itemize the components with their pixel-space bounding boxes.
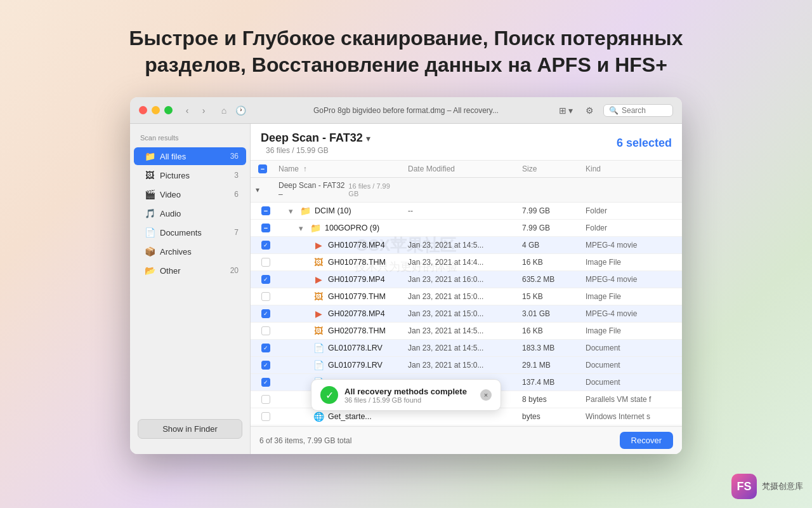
search-bar[interactable]: 🔍 [603, 104, 673, 117]
group-name-cell: Deep Scan - FAT32 – 16 files / 7.99 GB [273, 181, 403, 199]
window-title: GoPro 8gb bigvideo before format.dmg – A… [313, 106, 499, 115]
doc-file-icon: 📄 [313, 359, 324, 371]
sidebar-label-all-files: All files [160, 152, 230, 161]
row-checkbox[interactable] [261, 326, 270, 335]
col-header-size[interactable]: Size [517, 164, 580, 173]
row-checkbox-cell [251, 275, 273, 284]
sidebar-count-video: 6 [234, 190, 239, 199]
group-row-fat32: ▾ Deep Scan - FAT32 – 16 files / 7.99 GB [251, 178, 682, 203]
table-row: 🖼 GH020778.THM Jan 23, 2021 at 14:5... 1… [251, 323, 682, 340]
history-button[interactable]: 🕐 [233, 104, 247, 117]
sidebar-item-video[interactable]: 🎬 Video 6 [134, 185, 246, 203]
row-checkbox-cell [251, 241, 273, 250]
all-files-icon: 📁 [144, 150, 155, 162]
table-row: 🖼 GH010779.THM Jan 23, 2021 at 15:0... 1… [251, 288, 682, 305]
image-file-icon: 🖼 [313, 291, 324, 302]
brand-icon: FS [731, 474, 757, 499]
row-checkbox-dcim[interactable] [261, 206, 270, 215]
folder-icon: 📁 [310, 222, 321, 234]
toast-title: All recovery methods complete [344, 387, 474, 396]
scan-dropdown-icon[interactable]: ▾ [366, 133, 370, 144]
sidebar-count-other: 20 [230, 266, 239, 275]
row-checkbox[interactable] [261, 258, 270, 267]
row-name: 🖼 GH010778.THM [273, 257, 403, 268]
group-info: 16 files / 7.99 GB [348, 182, 398, 197]
sidebar-label-documents: Documents [160, 228, 234, 237]
table-row: 📄 GL010778.LRV Jan 23, 2021 at 14:5... 1… [251, 340, 682, 357]
select-all-checkbox[interactable] [258, 164, 267, 173]
title-bar: ‹ › ⌂ 🕐 GoPro 8gb bigvideo before format… [130, 97, 682, 124]
expand-dcim-icon[interactable]: ▾ [289, 206, 293, 216]
row-checkbox-cell [251, 326, 273, 335]
sidebar-item-all-files[interactable]: 📁 All files 36 [134, 147, 246, 165]
content-header: Deep Scan - FAT32 ▾ 36 files / 15.99 GB … [251, 124, 682, 161]
image-file-icon: 🖼 [313, 325, 324, 337]
minimize-button[interactable] [152, 106, 160, 114]
file-summary: 36 files / 15.99 GB [266, 146, 370, 155]
back-button[interactable]: ‹ [180, 104, 194, 117]
sidebar-label-video: Video [160, 190, 234, 199]
sidebar-section-label: Scan results [130, 131, 250, 147]
group-expand-icon[interactable]: ▾ [251, 181, 273, 199]
image-file-icon: 🖼 [313, 257, 324, 268]
forward-button[interactable]: › [197, 104, 211, 117]
col-header-name[interactable]: Name ↑ [273, 164, 403, 173]
sidebar-item-pictures[interactable]: 🖼 Pictures 3 [134, 166, 246, 184]
status-text: 6 of 36 items, 7.99 GB total [259, 436, 620, 445]
sidebar-item-other[interactable]: 📂 Other 20 [134, 262, 246, 279]
search-icon: 🔍 [609, 106, 619, 115]
table-header: Name ↑ Date Modified Size Kind [251, 161, 682, 178]
col-header-checkbox [251, 164, 273, 173]
row-checkbox[interactable] [261, 241, 270, 250]
row-checkbox[interactable] [261, 292, 270, 301]
close-button[interactable] [139, 106, 147, 114]
sidebar-label-archives: Archives [160, 247, 239, 257]
toast-close-button[interactable]: × [480, 389, 492, 401]
expand-100gopro-icon[interactable]: ▾ [299, 224, 303, 233]
row-checkbox-100gopro[interactable] [261, 224, 270, 232]
row-checkbox-cell [251, 292, 273, 301]
show-in-finder-button[interactable]: Show in Finder [138, 419, 242, 439]
home-button[interactable]: ⌂ [217, 104, 231, 117]
col-header-date[interactable]: Date Modified [403, 164, 517, 173]
video-file-icon: ▶ [313, 308, 324, 319]
row-name: 🌐 Get_starte... [273, 411, 403, 422]
headline-text: Быстрое и Глубокое сканирование, Поиск п… [63, 25, 749, 78]
row-checkbox[interactable] [261, 309, 270, 318]
maximize-button[interactable] [164, 106, 173, 114]
sidebar-footer: Show in Finder [130, 411, 250, 446]
video-file-icon: ▶ [313, 239, 324, 251]
table-row: 🖼 GH010778.THM Jan 23, 2021 at 14:4... 1… [251, 254, 682, 271]
sidebar-item-audio[interactable]: 🎵 Audio [134, 204, 246, 222]
video-icon: 🎬 [144, 189, 155, 200]
pictures-icon: 🖼 [144, 170, 155, 181]
table-row: 🌐 Get_starte... bytes Windows Internet s [251, 408, 682, 425]
row-name: 🖼 GH010779.THM [273, 291, 403, 302]
other-icon: 📂 [144, 265, 155, 276]
row-name: 🖼 GH020778.THM [273, 325, 403, 337]
audio-icon: 🎵 [144, 208, 155, 219]
toast-subtitle: 36 files / 15.99 GB found [344, 396, 474, 404]
row-checkbox[interactable] [261, 344, 270, 352]
row-checkbox-cell [251, 309, 273, 318]
recover-button[interactable]: Recover [620, 432, 673, 449]
sidebar-count-documents: 7 [234, 228, 239, 237]
generic-file-icon: 🌐 [313, 411, 324, 422]
sidebar-item-documents[interactable]: 📄 Documents 7 [134, 224, 246, 241]
col-header-kind[interactable]: Kind [580, 164, 682, 173]
view-toggle-button[interactable]: ⊞ ▾ [556, 104, 575, 117]
row-name: ▶ GH010779.MP4 [273, 274, 403, 285]
filter-button[interactable]: ⚙ [582, 104, 597, 117]
sidebar-item-archives[interactable]: 📦 Archives [134, 243, 246, 260]
row-checkbox[interactable] [261, 378, 270, 387]
search-input[interactable] [622, 106, 672, 115]
row-checkbox[interactable] [261, 412, 270, 421]
table-row: 📄 GL010779.LRV Jan 23, 2021 at 15:0... 2… [251, 357, 682, 374]
toast-success-icon: ✓ [320, 386, 338, 404]
row-checkbox[interactable] [261, 361, 270, 370]
archives-icon: 📦 [144, 246, 155, 257]
row-checkbox[interactable] [261, 395, 270, 404]
row-checkbox[interactable] [261, 275, 270, 284]
row-name: ▶ GH020778.MP4 [273, 308, 403, 319]
selected-count: 6 selected [617, 137, 672, 150]
